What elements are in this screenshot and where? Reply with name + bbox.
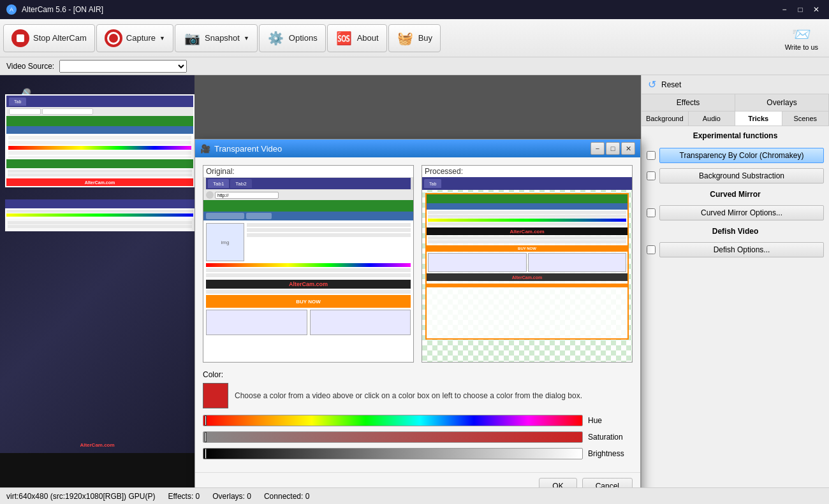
original-preview-image[interactable]: Tab1 Tab2 http:// <box>203 177 413 362</box>
capture-dropdown-arrow[interactable]: ▼ <box>159 35 165 41</box>
close-button[interactable]: ✕ <box>810 3 823 16</box>
app-icon: A <box>6 4 17 15</box>
window-controls[interactable]: − □ ✕ <box>778 3 823 16</box>
experimental-functions-title: Experimental functions <box>642 126 829 145</box>
buy-icon: 🧺 <box>397 29 414 47</box>
title-bar: A AlterCam 5.6 - [ON AIR] − □ ✕ <box>0 0 829 19</box>
tabs-row-2: Background Audio Tricks Scenes <box>642 112 829 126</box>
maximize-button[interactable]: □ <box>794 3 807 16</box>
tab-overlays[interactable]: Overlays <box>735 94 829 111</box>
saturation-slider[interactable] <box>203 431 583 443</box>
buy-button[interactable]: 🧺 Buy <box>388 24 441 52</box>
write-to-us-label: Write to us <box>785 43 818 51</box>
processed-preview-image[interactable]: Tab <box>422 177 632 362</box>
brightness-slider-row: Brightness <box>203 448 633 459</box>
camera-content: Tab <box>0 75 194 504</box>
color-row: Choose a color from a video above or cli… <box>203 383 633 408</box>
color-description: Choose a color from a video above or cli… <box>235 391 582 400</box>
video-source-select[interactable] <box>59 60 187 73</box>
snapshot-button[interactable]: 📷 Snapshot ▼ <box>175 24 258 52</box>
options-button[interactable]: ⚙️ Options <box>259 24 326 52</box>
color-swatch[interactable] <box>203 383 228 408</box>
dialog-close-button[interactable]: ✕ <box>621 142 635 155</box>
processed-preview-box: Processed: Tab <box>422 165 633 363</box>
curved-mirror-row: Curved Mirror Options... <box>642 203 829 223</box>
background-sub-row: Background Substraction <box>642 166 829 186</box>
transparency-row: Transparency By Color (Chromakey) <box>642 145 829 166</box>
color-label: Color: <box>203 370 633 379</box>
dialog-controls[interactable]: − □ ✕ <box>591 142 635 155</box>
preview-row: Original: Tab1 Tab2 http:// <box>203 165 633 363</box>
stop-icon <box>11 29 29 47</box>
reset-bar: ↺ Reset <box>642 75 829 94</box>
processed-label: Processed: <box>422 166 632 177</box>
brightness-label: Brightness <box>588 449 633 458</box>
dialog-minimize-button[interactable]: − <box>591 142 605 155</box>
dialog-title: Transparent Video <box>214 144 282 154</box>
status-overlays: Overlays: 0 <box>212 492 251 501</box>
dialog-maximize-button[interactable]: □ <box>606 142 620 155</box>
original-label: Original: <box>203 166 413 177</box>
defish-row: Defish Options... <box>642 240 829 260</box>
saturation-label: Saturation <box>588 433 633 442</box>
saturation-slider-row: Saturation <box>203 431 633 443</box>
hue-slider-row: Hue <box>203 415 633 426</box>
main-wrapper: 🎤 Tab <box>0 75 829 504</box>
about-icon: 🆘 <box>335 29 353 47</box>
transparent-video-dialog: 🎥 Transparent Video − □ ✕ Original: Tab1 <box>194 139 641 500</box>
transparency-button[interactable]: Transparency By Color (Chromakey) <box>659 148 824 163</box>
write-icon: 📨 <box>792 25 811 43</box>
stop-altercam-button[interactable]: Stop AlterCam <box>3 24 95 52</box>
reset-icon: ↺ <box>648 78 656 90</box>
defish-options-button[interactable]: Defish Options... <box>659 242 824 257</box>
color-section: Color: Choose a color from a video above… <box>203 370 633 408</box>
hue-label: Hue <box>588 416 633 425</box>
hue-slider[interactable] <box>203 415 583 426</box>
curved-mirror-checkbox[interactable] <box>647 208 656 217</box>
stop-label: Stop AlterCam <box>33 33 87 43</box>
tab-scenes[interactable]: Scenes <box>782 112 830 126</box>
original-preview-box: Original: Tab1 Tab2 http:// <box>203 165 414 363</box>
snapshot-icon: 📷 <box>183 29 201 47</box>
status-effects: Effects: 0 <box>168 492 200 501</box>
background-sub-button[interactable]: Background Substraction <box>659 168 824 184</box>
curved-mirror-title: Curved Mirror <box>642 186 829 203</box>
capture-label: Capture <box>126 33 156 43</box>
defish-checkbox[interactable] <box>647 245 656 254</box>
right-panel: ↺ Reset Effects Overlays Background Audi… <box>641 75 829 504</box>
toolbar: Stop AlterCam Capture ▼ 📷 Snapshot ▼ ⚙️ … <box>0 19 829 57</box>
status-bar: virt:640x480 (src:1920x1080[RGB]) GPU(P)… <box>0 487 829 504</box>
snapshot-label: Snapshot <box>205 33 240 43</box>
tab-audio[interactable]: Audio <box>689 112 736 126</box>
tab-tricks[interactable]: Tricks <box>735 112 782 126</box>
status-resolution: virt:640x480 (src:1920x1080[RGB]) GPU(P) <box>6 492 155 501</box>
brightness-slider[interactable] <box>203 448 583 459</box>
tab-effects[interactable]: Effects <box>642 94 735 111</box>
defish-video-title: Defish Video <box>642 223 829 240</box>
tab-background[interactable]: Background <box>642 112 689 126</box>
options-label: Options <box>289 33 318 43</box>
snapshot-dropdown-arrow[interactable]: ▼ <box>244 35 249 41</box>
tabs-row-1: Effects Overlays <box>642 94 829 112</box>
curved-mirror-options-button[interactable]: Curved Mirror Options... <box>659 205 824 220</box>
dialog-icon: 🎥 <box>200 144 210 154</box>
capture-button[interactable]: Capture ▼ <box>96 24 173 52</box>
status-connected: Connected: 0 <box>264 492 309 501</box>
reset-label[interactable]: Reset <box>661 80 681 89</box>
write-to-us-button[interactable]: 📨 Write to us <box>777 20 826 56</box>
about-button[interactable]: 🆘 About <box>327 24 387 52</box>
camera-area: 🎤 Tab <box>0 75 194 504</box>
dialog-title-bar: 🎥 Transparent Video − □ ✕ <box>195 140 640 157</box>
about-label: About <box>357 33 379 43</box>
capture-icon <box>105 29 122 47</box>
options-icon: ⚙️ <box>267 29 285 47</box>
background-sub-checkbox[interactable] <box>647 171 656 180</box>
buy-label: Buy <box>418 33 432 43</box>
video-source-bar: Video Source: <box>0 57 829 75</box>
dialog-content: Original: Tab1 Tab2 http:// <box>195 157 640 472</box>
video-source-label: Video Source: <box>6 62 54 71</box>
minimize-button[interactable]: − <box>778 3 791 16</box>
app-title: AlterCam 5.6 - [ON AIR] <box>22 5 103 14</box>
transparency-checkbox[interactable] <box>647 151 656 160</box>
slider-section: Hue Saturation Brightness <box>203 415 633 459</box>
